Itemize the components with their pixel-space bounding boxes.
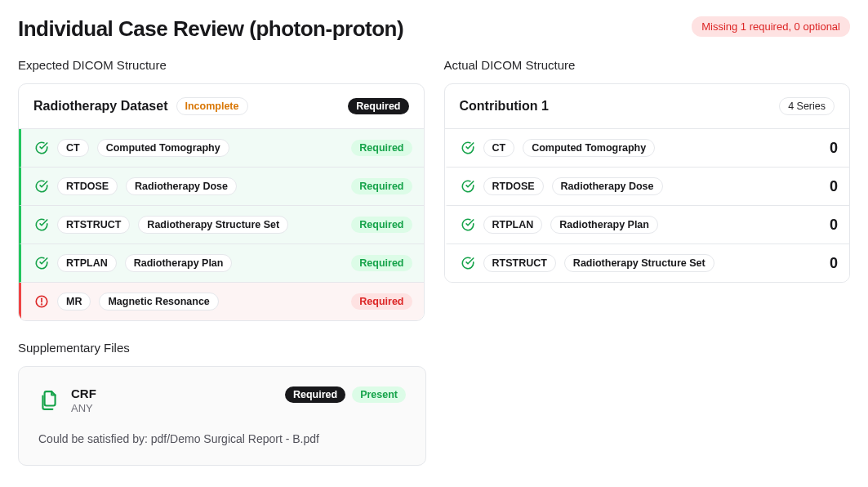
modality-code: RTDOSE [483,177,544,195]
supp-section-title: Supplementary Files [18,341,850,355]
expected-card-header: Radiotherapy Dataset Incomplete Required [19,84,424,129]
modality-code: RTSTRUCT [483,254,556,272]
modality-desc: Radiotherapy Plan [550,216,658,234]
check-circle-icon [34,256,49,270]
check-circle-icon [461,256,475,270]
expected-row: MRMagnetic ResonanceRequired [19,283,424,320]
series-count: 0 [830,178,838,195]
supp-file-name: CRF [71,386,96,400]
required-badge: Required [351,217,412,233]
required-badge: Required [351,255,412,271]
check-circle-icon [34,217,49,232]
actual-row: RTSTRUCTRadiotherapy Structure Set0 [445,244,850,282]
modality-code: RTDOSE [57,177,118,195]
expected-row: RTPLANRadiotherapy PlanRequired [19,244,424,283]
required-badge: Required [351,293,412,310]
check-circle-icon [461,179,475,194]
modality-code: RTSTRUCT [57,216,130,234]
modality-code: CT [483,139,515,157]
modality-desc: Radiotherapy Plan [125,254,233,272]
modality-code: RTPLAN [57,254,117,272]
modality-code: RTPLAN [483,216,543,234]
modality-code: CT [57,139,89,157]
modality-desc: Radiotherapy Structure Set [564,254,714,272]
modality-desc: Computed Tomography [523,139,655,157]
required-badge-dark: Required [348,98,408,114]
required-badge: Required [351,178,412,194]
expected-row: RTSTRUCTRadiotherapy Structure SetRequir… [19,206,424,244]
series-count: 0 [830,217,838,234]
series-count: 0 [830,255,838,272]
check-circle-icon [461,141,475,155]
expected-section-title: Expected DICOM Structure [18,58,425,72]
check-circle-icon [34,141,49,155]
modality-desc: Computed Tomography [97,139,229,157]
actual-card-header: Contribution 1 4 Series [445,84,850,129]
expected-card: Radiotherapy Dataset Incomplete Required… [18,83,425,321]
missing-badge: Missing 1 required, 0 optional [692,16,850,37]
dataset-title: Radiotherapy Dataset [33,99,168,114]
series-count: 0 [830,140,838,157]
series-count-badge: 4 Series [779,97,835,115]
required-badge: Required [351,140,412,156]
expected-row: CTComputed TomographyRequired [19,129,424,168]
expected-row: RTDOSERadiotherapy DoseRequired [19,168,424,206]
supp-file-type: ANY [71,402,96,414]
supp-satisfied-text: Could be satisfied by: pdf/Demo Surgical… [38,432,406,445]
modality-desc: Radiotherapy Dose [126,177,237,195]
actual-section-title: Actual DICOM Structure [444,58,851,72]
modality-code: MR [57,293,91,311]
modality-desc: Radiotherapy Structure Set [138,216,288,234]
supp-card: CRF ANY Required Present Could be satisf… [18,366,426,466]
supp-present-badge: Present [352,386,406,403]
contribution-title: Contribution 1 [460,99,549,114]
modality-desc: Magnetic Resonance [99,293,218,311]
check-circle-icon [34,179,49,194]
modality-desc: Radiotherapy Dose [552,177,663,195]
check-circle-icon [461,217,475,232]
actual-row: RTPLANRadiotherapy Plan0 [445,206,850,244]
actual-card: Contribution 1 4 Series CTComputed Tomog… [444,83,851,283]
supp-required-badge: Required [285,386,345,403]
svg-point-2 [42,304,42,305]
actual-row: CTComputed Tomography0 [445,129,850,168]
files-icon [38,390,60,411]
page-title: Individual Case Review (photon-proton) [18,16,403,42]
alert-circle-icon [34,294,49,309]
incomplete-badge: Incomplete [176,97,248,115]
actual-row: RTDOSERadiotherapy Dose0 [445,168,850,206]
